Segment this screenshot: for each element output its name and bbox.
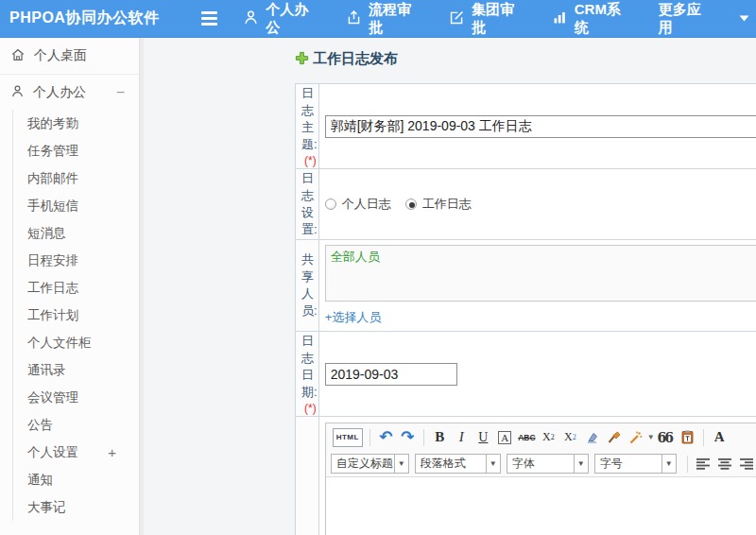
required-mark: (*): [304, 154, 317, 167]
menu-toggle-icon[interactable]: [201, 11, 217, 26]
editor-toolbar-row1: HTML ↶ ↷ B I U A ABC X2: [326, 423, 756, 451]
bold-button[interactable]: B: [431, 428, 449, 447]
superscript-button[interactable]: X2: [540, 428, 558, 447]
font-size-select[interactable]: 字号▼: [594, 454, 677, 474]
align-right-button[interactable]: [738, 455, 756, 474]
nav-workflow-approval[interactable]: 流程审批: [346, 1, 423, 37]
chevron-down-icon: ▼: [662, 454, 677, 474]
sidebar-item-sms[interactable]: 手机短信: [13, 192, 139, 219]
sidebar-item-meeting-management[interactable]: 会议管理: [13, 384, 139, 411]
subscript-button[interactable]: X2: [561, 428, 579, 447]
plus-icon: [295, 51, 313, 68]
select-members-link[interactable]: +选择人员: [325, 309, 382, 326]
sidebar-item-desktop[interactable]: 个人桌面: [0, 38, 139, 74]
sidebar-item-internal-mail[interactable]: 内部邮件: [13, 164, 139, 192]
person-icon: [10, 84, 33, 101]
sidebar-item-memorabilia[interactable]: 大事记: [13, 493, 139, 521]
page-title: 工作日志发布: [295, 50, 756, 68]
paste-plain-text-icon[interactable]: [679, 428, 696, 447]
chevron-down-icon: ▼: [487, 454, 501, 474]
nav-group-approval[interactable]: 集团审批: [449, 1, 526, 37]
strikethrough-button[interactable]: ABC: [518, 428, 536, 447]
sidebar-item-schedule[interactable]: 日程安排: [13, 247, 139, 274]
chevron-down-icon: ▼: [395, 454, 409, 474]
italic-button[interactable]: I: [453, 428, 471, 447]
sidebar-item-attendance[interactable]: 我的考勤: [13, 110, 139, 137]
font-family-select[interactable]: 字体▼: [507, 454, 589, 474]
person-icon: [243, 9, 266, 28]
align-left-button[interactable]: [695, 455, 713, 474]
sidebar-item-notice[interactable]: 通知: [13, 466, 139, 493]
home-icon: [10, 47, 34, 65]
sidebar-item-file-cabinet[interactable]: 个人文件柜: [13, 329, 139, 356]
autoformat-wand-icon[interactable]: [627, 428, 644, 447]
sidebar-submenu: 我的考勤 任务管理 内部邮件 手机短信 短消息 日程安排 工作日志 工作计划 个…: [12, 110, 139, 521]
blockquote-button[interactable]: 66: [657, 428, 675, 447]
sidebar-item-work-log[interactable]: 工作日志: [13, 274, 139, 302]
align-center-button[interactable]: [716, 455, 734, 474]
underline-button[interactable]: U: [474, 428, 492, 447]
undo-icon[interactable]: ↶: [377, 428, 395, 447]
subject-input[interactable]: [325, 115, 756, 138]
work-log-form: 日志主题:(*) 日志设置: 个人日志: [295, 83, 756, 535]
wand-caret-icon[interactable]: ▼: [647, 433, 655, 441]
table-row: 共享人员: 全部人员 +选择人员: [296, 240, 756, 332]
radio-option-personal-log[interactable]: 个人日志: [325, 196, 391, 213]
eraser-icon[interactable]: [583, 428, 601, 447]
nav-personal-office[interactable]: 个人办公: [243, 1, 320, 37]
sidebar-item-short-message[interactable]: 短消息: [13, 219, 139, 247]
nav-more-apps[interactable]: 更多应用: [659, 1, 756, 37]
paragraph-format-select[interactable]: 段落格式▼: [415, 454, 501, 474]
sidebar-item-work-plan[interactable]: 工作计划: [13, 302, 139, 329]
content-label: 内容:(*): [296, 417, 319, 535]
format-painter-icon[interactable]: [605, 428, 623, 447]
date-label: 日志日期:(*): [296, 332, 319, 417]
top-nav: 个人办公 流程审批 集团审批 CRM系统 更多应用: [217, 1, 756, 37]
nav-label: 集团审批: [472, 1, 526, 37]
nav-label: 流程审批: [369, 1, 423, 37]
sidebar-item-contacts[interactable]: 通讯录: [13, 356, 139, 384]
custom-heading-select[interactable]: 自定义标题▼: [331, 454, 409, 474]
share-label: 共享人员:: [296, 240, 319, 332]
expand-icon[interactable]: +: [108, 439, 116, 466]
font-color-button[interactable]: A: [711, 428, 729, 447]
chevron-down-icon: ▼: [575, 454, 589, 474]
nav-crm-system[interactable]: CRM系统: [552, 1, 633, 37]
app-logo: PHPOA协同办公软件: [0, 9, 190, 28]
sidebar-group-personal-office[interactable]: 个人办公 −: [0, 75, 139, 110]
highlight-button[interactable]: A: [496, 428, 514, 447]
date-input[interactable]: [325, 363, 457, 386]
editor-content-area[interactable]: [326, 477, 756, 535]
sidebar-group-label: 个人办公: [33, 84, 86, 101]
radio-option-work-log[interactable]: 工作日志: [405, 196, 472, 213]
subject-label: 日志主题:(*): [296, 84, 319, 169]
table-row: 内容:(*) HTML ↶ ↷ B I: [296, 417, 756, 535]
workflow-icon: [346, 9, 369, 28]
collapse-icon[interactable]: −: [116, 84, 125, 101]
radio-icon[interactable]: [325, 198, 336, 210]
share-members-value: 全部人员: [331, 250, 380, 264]
required-mark: (*): [304, 402, 317, 415]
nav-label: CRM系统: [575, 1, 633, 37]
main-content: 工作日志发布 日志主题:(*) 日志设置:: [144, 38, 756, 535]
share-members-box: 全部人员: [325, 245, 756, 302]
nav-label: 个人办公: [266, 1, 320, 37]
radio-icon[interactable]: [405, 198, 417, 210]
topbar: PHPOA协同办公软件 个人办公 流程审批 集团审批 CRM系统: [0, 0, 756, 38]
sidebar-item-personal-settings[interactable]: 个人设置 +: [13, 439, 139, 466]
table-row: 日志主题:(*): [296, 84, 756, 169]
redo-icon[interactable]: ↷: [399, 428, 417, 447]
table-row: 日志设置: 个人日志 工作日志: [296, 169, 756, 240]
caret-down-icon[interactable]: [726, 15, 756, 22]
edit-icon: [449, 9, 472, 28]
settings-label: 日志设置:: [296, 169, 319, 240]
bar-chart-icon: [552, 9, 575, 28]
editor-toolbar-row2: 自定义标题▼ 段落格式▼ 字体▼ 字号▼: [326, 451, 756, 477]
rich-text-editor: HTML ↶ ↷ B I U A ABC X2: [325, 423, 756, 535]
sidebar-item-announcement[interactable]: 公告: [13, 411, 139, 439]
sidebar-item-task-management[interactable]: 任务管理: [13, 137, 139, 164]
html-source-button[interactable]: HTML: [333, 428, 363, 447]
sidebar: 个人桌面 个人办公 − 我的考勤 任务管理 内部邮件 手机短信 短消息 日程安排…: [0, 38, 140, 535]
table-row: 日志日期:(*): [296, 332, 756, 417]
sidebar-item-label: 个人桌面: [34, 47, 87, 64]
